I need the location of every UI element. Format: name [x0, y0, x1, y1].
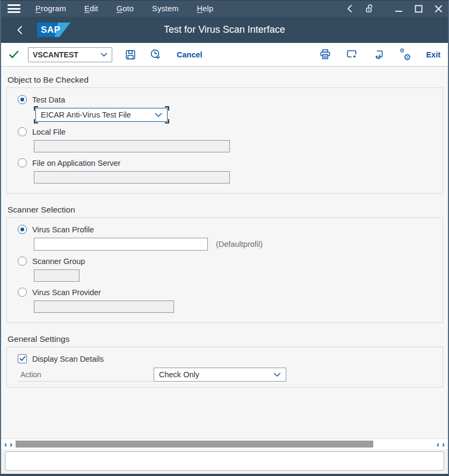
menu-items: Program Edit Goto System Help [35, 4, 213, 13]
scroll-left-end-button[interactable]: ‹ [437, 441, 439, 448]
chevron-left-icon [346, 4, 353, 13]
scrollbar-track[interactable] [16, 441, 431, 448]
save-button[interactable] [125, 49, 136, 60]
radio-scanner-group-label: Scanner Group [32, 257, 85, 266]
section-title-general-settings: General Settings [8, 334, 448, 344]
close-button[interactable] [434, 5, 443, 13]
transaction-code-combobox[interactable]: VSCANTEST [28, 47, 112, 62]
transaction-code-value: VSCANTEST [33, 50, 100, 59]
application-server-file-input[interactable] [34, 171, 230, 184]
focus-corner [34, 106, 38, 111]
radio-scanner-group[interactable] [18, 257, 27, 266]
radio-local-file-label: Local File [32, 128, 66, 136]
scroll-left-button[interactable]: ‹ [4, 441, 7, 448]
chevron-left-icon [16, 25, 23, 35]
menu-item-system[interactable]: System [152, 4, 179, 13]
menu-item-help-label: elp [202, 4, 213, 13]
sap-logo: SAP [37, 23, 70, 37]
continue-button[interactable] [9, 50, 19, 59]
option-row-local-file: Local File [18, 127, 432, 136]
menu-item-system-label: System [152, 4, 179, 13]
radio-test-data[interactable] [18, 95, 27, 104]
radio-test-data-label: Test Data [32, 96, 65, 104]
radio-virus-scan-profile-label: Virus Scan Profile [32, 225, 94, 234]
test-data-dropdown[interactable]: EICAR Anti-Virus Test File [35, 108, 168, 122]
option-row-app-server: File on Application Server [18, 158, 432, 167]
scroll-right-button[interactable]: › [10, 441, 12, 448]
hamburger-menu-icon[interactable] [8, 4, 20, 13]
sap-logo-text: SAP [41, 25, 60, 35]
checkbox-display-scan-details[interactable] [18, 354, 27, 363]
virus-scan-profile-input[interactable] [34, 238, 208, 251]
shortcut-button[interactable] [346, 49, 358, 60]
gear-large-icon: ⚙ [403, 53, 411, 62]
radio-file-on-application-server-label: File on Application Server [32, 159, 120, 167]
new-session-button[interactable] [373, 49, 384, 60]
radio-virus-scan-provider[interactable] [18, 288, 27, 297]
radio-file-on-application-server[interactable] [18, 158, 27, 167]
option-row-test-data: Test Data [18, 95, 432, 104]
main-content: Object to Be Checked Test Data EICAR Ant… [1, 67, 448, 438]
menu-item-program-accel: P [35, 4, 41, 13]
menu-item-help[interactable]: Help [197, 4, 214, 13]
local-file-input[interactable] [34, 140, 230, 152]
open-padlock-icon [365, 3, 375, 14]
scanner-group-input[interactable] [34, 269, 79, 282]
virus-scan-provider-input[interactable] [34, 301, 174, 313]
menu-item-edit-label: dit [90, 4, 98, 13]
section-title-scanner-selection: Scanner Selection [8, 205, 448, 215]
screen-star-icon [346, 49, 358, 60]
minimize-icon [395, 4, 403, 13]
close-icon [434, 5, 443, 13]
clock-icon [150, 49, 162, 60]
focus-corner [34, 119, 38, 123]
print-button[interactable] [320, 49, 331, 60]
menu-item-edit[interactable]: Edit [84, 4, 98, 13]
maximize-button[interactable] [415, 5, 423, 13]
test-data-dropdown-value: EICAR Anti-Virus Test File [41, 111, 155, 119]
section-title-object-to-be-checked: Object to Be Checked [8, 75, 448, 85]
option-row-scanner-group: Scanner Group [18, 257, 432, 266]
chevron-down-icon [155, 113, 162, 118]
radio-virus-scan-profile[interactable] [18, 225, 27, 234]
status-message-box [5, 451, 444, 471]
defaultprofil-hint: (Defaultprofil) [216, 240, 263, 248]
group-scanner-selection: Virus Scan Profile (Defaultprofil) Scann… [6, 217, 443, 323]
settings-button[interactable]: ⚙ ⚙ [399, 49, 411, 60]
menu-item-edit-accel: E [84, 4, 90, 13]
focus-corner [165, 119, 169, 123]
toolbar: VSCANTEST Cancel [1, 43, 448, 67]
maximize-icon [415, 5, 423, 13]
action-label: Action [18, 368, 154, 382]
radio-local-file[interactable] [18, 127, 27, 136]
option-row-virus-scan-profile: Virus Scan Profile [18, 225, 432, 234]
save-icon [125, 49, 136, 60]
schedule-button[interactable] [150, 49, 162, 60]
cancel-button[interactable]: Cancel [177, 50, 202, 59]
green-checkmark-icon [9, 50, 19, 59]
action-row: Action Check Only [18, 368, 432, 382]
back-button[interactable] [16, 25, 23, 35]
exit-button[interactable]: Exit [426, 50, 440, 59]
action-dropdown[interactable]: Check Only [154, 368, 286, 382]
sap-gui-window: Program Edit Goto System Help [0, 0, 449, 476]
group-object-to-be-checked: Test Data EICAR Anti-Virus Test File Loc… [6, 87, 443, 194]
option-row-display-scan-details: Display Scan Details [18, 354, 432, 363]
menu-item-program[interactable]: Program [35, 4, 66, 13]
menu-item-goto[interactable]: Goto [117, 4, 134, 13]
window-arrow-icon [373, 49, 384, 60]
titlebar: SAP Test for Virus Scan Interface [1, 17, 448, 43]
unlock-button[interactable] [365, 3, 375, 14]
horizontal-scrollbar: ‹ › ‹ › [1, 438, 448, 449]
menu-item-goto-label: oto [122, 4, 134, 13]
minimize-button[interactable] [395, 4, 403, 13]
scrollbar-thumb[interactable] [16, 441, 373, 448]
focus-frame: EICAR Anti-Virus Test File [34, 106, 169, 123]
chevron-down-icon [273, 372, 281, 377]
chevron-down-icon [100, 53, 107, 57]
checkmark-icon [19, 356, 26, 362]
scroll-right-end-button[interactable]: › [442, 441, 445, 448]
group-general-settings: Display Scan Details Action Check Only [6, 347, 443, 387]
option-row-virus-scan-provider: Virus Scan Provider [18, 288, 432, 297]
shell-back-button[interactable] [346, 4, 353, 13]
